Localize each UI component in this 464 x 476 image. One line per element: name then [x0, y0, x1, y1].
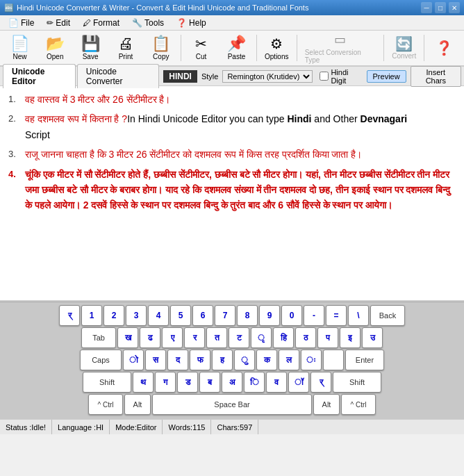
kb-key-ctrl-right[interactable]: ^ Ctrl: [341, 394, 376, 415]
edit-menu[interactable]: ✏ Edit: [41, 17, 76, 29]
kb-key-ta[interactable]: त: [206, 327, 227, 348]
title-bar: 🔤 Hindi Unicode Converter & Writer - Con…: [0, 0, 464, 15]
minimize-button[interactable]: ─: [421, 2, 432, 13]
kb-key-ra-hal[interactable]: र्: [310, 372, 331, 393]
kb-key-e[interactable]: ए: [162, 327, 183, 348]
kb-key-8[interactable]: 8: [237, 305, 258, 326]
kb-key-pha[interactable]: फ: [190, 350, 210, 370]
save-button[interactable]: Save: [74, 32, 108, 64]
kb-key-shift-right[interactable]: Shift: [333, 372, 381, 393]
kb-key-la[interactable]: ल: [279, 350, 299, 370]
kb-row-4: Shift थ ग ड ब अ ि व ॉ र् Shift: [3, 372, 461, 393]
print-button[interactable]: Print: [109, 32, 143, 64]
maximize-button[interactable]: □: [435, 2, 446, 13]
kb-key-ga[interactable]: ग: [155, 372, 176, 393]
kb-row-3: Caps ो स द फ ह ु क ल ः Enter: [3, 350, 461, 370]
kb-key-ttha[interactable]: ठ: [295, 327, 316, 348]
cut-button[interactable]: Cut: [184, 32, 218, 64]
kb-key-sa[interactable]: स: [145, 350, 166, 370]
close-button[interactable]: ✕: [449, 2, 460, 13]
virtual-keyboard: र् 1 2 3 4 5 6 7 8 9 0 - = \ Back Tab ख …: [0, 302, 464, 419]
kb-key-visarga[interactable]: ः: [301, 350, 322, 370]
kb-key-7[interactable]: 7: [215, 305, 235, 326]
kb-key-enter[interactable]: Enter: [345, 350, 384, 370]
kb-key-oo-matra[interactable]: ॉ: [288, 372, 309, 393]
kb-key-backspace[interactable]: Back: [370, 305, 405, 326]
line-content-1: वह वास्तव में 3 मीटर और 26 सेंटीमीटर है।: [25, 92, 456, 107]
cut-icon: [195, 36, 207, 51]
kb-key-caps[interactable]: Caps: [80, 350, 122, 370]
kb-key-ru[interactable]: ृ: [251, 327, 272, 348]
kb-key-r[interactable]: र: [184, 327, 205, 348]
kb-key-alt-left[interactable]: Alt: [124, 394, 151, 415]
kb-key-ka[interactable]: क: [256, 350, 277, 370]
kb-key-tha[interactable]: थ: [133, 372, 154, 393]
help-toolbar-button[interactable]: [427, 32, 461, 64]
style-select[interactable]: Remington (Krutidev): [222, 70, 313, 83]
kb-key-2[interactable]: 2: [103, 305, 124, 326]
kb-key-tta[interactable]: ट: [229, 327, 249, 348]
chars-label: Chars:: [217, 423, 239, 432]
tab-unicode-editor[interactable]: Unicode Editor: [3, 64, 76, 88]
kb-key-ra[interactable]: र्: [59, 305, 80, 326]
file-menu[interactable]: 📄 File: [3, 17, 40, 29]
kb-key-hi[interactable]: हि: [273, 327, 294, 348]
status-bar: Status : Idle! Language : HI Mode: Edito…: [0, 419, 464, 434]
line-content-2: वह दशमलव रूप में कितना है ?In Hindi Unic…: [25, 111, 456, 142]
kb-key-tab[interactable]: Tab: [81, 327, 116, 348]
copy-button[interactable]: Copy: [144, 32, 178, 64]
kb-key-9[interactable]: 9: [259, 305, 280, 326]
kb-key-ha[interactable]: ह: [212, 350, 233, 370]
kb-key-backslash[interactable]: \: [348, 305, 369, 326]
open-button[interactable]: Open: [38, 32, 72, 64]
kb-key-space[interactable]: Space Bar: [152, 394, 312, 415]
kb-key-ba[interactable]: ब: [199, 372, 220, 393]
tools-menu[interactable]: 🔧 Tools: [126, 17, 169, 29]
kb-key-ctrl-left[interactable]: ^ Ctrl: [88, 394, 123, 415]
kb-key-u-matra[interactable]: ु: [234, 350, 255, 370]
kb-key-o-matra[interactable]: ो: [123, 350, 144, 370]
kb-key-0[interactable]: 0: [281, 305, 302, 326]
kb-key-1[interactable]: 1: [81, 305, 102, 326]
paste-button[interactable]: Paste: [219, 32, 254, 64]
edit-icon: ✏: [47, 18, 53, 28]
select-conversion-icon: ▭: [334, 32, 346, 47]
tab-unicode-converter[interactable]: Unicode Converter: [77, 64, 159, 88]
kb-key-ddha[interactable]: ढ: [140, 327, 160, 348]
kb-key-da[interactable]: द: [167, 350, 188, 370]
kb-key-4[interactable]: 4: [148, 305, 169, 326]
kb-key-minus[interactable]: -: [304, 305, 324, 326]
kb-key-empty[interactable]: [323, 350, 344, 370]
kb-key-6[interactable]: 6: [192, 305, 213, 326]
preview-button[interactable]: Preview: [367, 70, 406, 83]
kb-key-ii[interactable]: इ: [340, 327, 361, 348]
line-content-4: चूंकि एक मीटर में सौ सेंटीमीटर होते हैं,…: [25, 167, 456, 213]
kb-key-shift-left[interactable]: Shift: [83, 372, 131, 393]
menu-bar: 📄 File ✏ Edit 🖊 Format 🔧 Tools ❓ Help: [0, 15, 464, 31]
kb-key-va[interactable]: व: [266, 372, 287, 393]
format-menu[interactable]: 🖊 Format: [77, 17, 125, 29]
kb-key-equals[interactable]: =: [326, 305, 347, 326]
insert-chars-button[interactable]: Insert Chars: [411, 66, 461, 87]
status-idle-segment: Status : Idle!: [0, 420, 52, 434]
kb-key-kha[interactable]: ख: [117, 327, 138, 348]
kb-key-alt-right[interactable]: Alt: [313, 394, 340, 415]
kb-key-3[interactable]: 3: [126, 305, 147, 326]
new-button[interactable]: New: [3, 32, 37, 64]
select-conversion-button[interactable]: ▭ Select Conversion Type: [300, 32, 381, 64]
hindi-language-badge: HINDI: [163, 70, 197, 83]
help-menu[interactable]: ❓ Help: [171, 17, 212, 29]
kb-key-pa[interactable]: प: [317, 327, 338, 348]
convert-button[interactable]: 🔄 Convert: [387, 32, 421, 64]
chars-value: 597: [240, 423, 252, 432]
editor-area[interactable]: 1. वह वास्तव में 3 मीटर और 26 सेंटीमीटर …: [0, 86, 464, 302]
kb-key-a[interactable]: अ: [222, 372, 242, 393]
kb-key-u[interactable]: उ: [362, 327, 383, 348]
window-title: Hindi Unicode Converter & Writer - Conve…: [17, 3, 308, 12]
editor-line-4: 4. चूंकि एक मीटर में सौ सेंटीमीटर होते ह…: [8, 167, 456, 213]
options-button[interactable]: Options: [260, 32, 294, 64]
kb-key-dda[interactable]: ड: [177, 372, 198, 393]
kb-key-i-matra[interactable]: ि: [244, 372, 265, 393]
hindi-digit-checkbox[interactable]: [320, 72, 329, 81]
kb-key-5[interactable]: 5: [170, 305, 191, 326]
